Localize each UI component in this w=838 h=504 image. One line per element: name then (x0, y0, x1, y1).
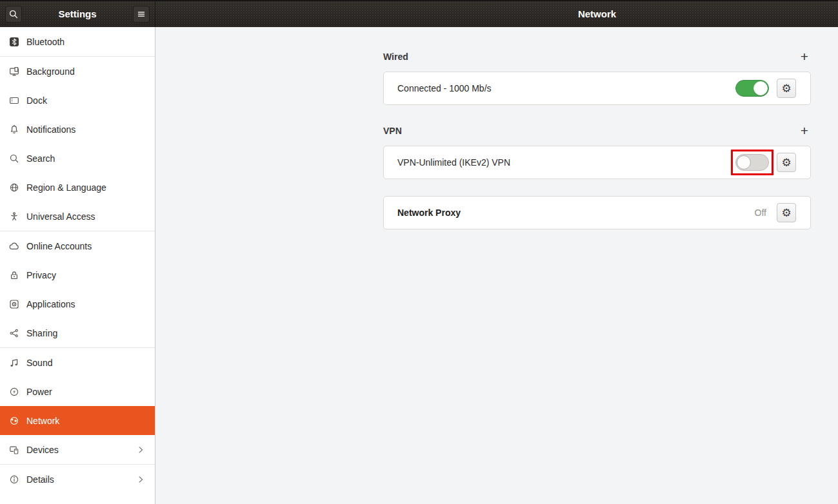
vpn-section-header: VPN + (383, 124, 811, 137)
sidebar-title: Settings (26, 1, 129, 27)
vpn-connection-label: VPN-Unlimited (IKEv2) VPN (397, 157, 510, 168)
headerbar: Settings Network (0, 0, 838, 27)
vpn-toggle-highlight (731, 150, 773, 175)
add-vpn-button[interactable]: + (798, 125, 811, 137)
sidebar-item-label: Bluetooth (26, 37, 65, 47)
gear-icon: ⚙ (781, 156, 791, 169)
music-note-icon (9, 358, 19, 368)
sidebar-item-label: Online Accounts (26, 241, 92, 251)
bluetooth-icon (9, 37, 19, 47)
toggle-knob (737, 155, 751, 170)
globe-icon (9, 182, 19, 193)
toggle-knob (753, 81, 768, 95)
sidebar-item-search[interactable]: Search (0, 144, 155, 173)
vpn-settings-button[interactable]: ⚙ (777, 153, 796, 172)
sidebar-item-label: Details (26, 474, 54, 485)
sidebar: Bluetooth Background Dock (0, 27, 155, 504)
wired-connection-row: Connected - 1000 Mb/s ⚙ (383, 72, 811, 105)
panel-title: Network (383, 1, 811, 27)
sidebar-item-label: Privacy (26, 270, 56, 280)
vpn-section-title: VPN (383, 126, 402, 136)
proxy-status: Off (755, 208, 766, 218)
sidebar-item-label: Background (26, 66, 75, 77)
sidebar-item-label: Universal Access (26, 211, 95, 222)
sidebar-item-label: Applications (26, 299, 75, 309)
vpn-toggle[interactable] (735, 154, 769, 171)
settings-window: Settings Network Bluetooth (0, 0, 838, 504)
share-nodes-icon (9, 328, 19, 338)
network-panel: Wired + Connected - 1000 Mb/s ⚙ VPN + VP… (383, 50, 811, 229)
vpn-connection-row: VPN-Unlimited (IKEv2) VPN ⚙ (383, 146, 811, 179)
search-icon (8, 9, 19, 19)
devices-icon (9, 445, 19, 455)
cloud-icon (9, 241, 19, 251)
sidebar-item-applications[interactable]: Applications (0, 289, 155, 318)
sidebar-item-bluetooth[interactable]: Bluetooth (0, 27, 155, 56)
sidebar-item-label: Dock (26, 95, 47, 106)
wired-section-title: Wired (383, 52, 408, 62)
sidebar-item-dock[interactable]: Dock (0, 86, 155, 115)
hamburger-icon (136, 9, 146, 19)
info-icon (9, 474, 19, 485)
sidebar-item-background[interactable]: Background (0, 57, 155, 86)
sidebar-item-label: Search (26, 153, 55, 164)
sidebar-item-notifications[interactable]: Notifications (0, 115, 155, 144)
dock-icon (9, 95, 19, 106)
magnifier-icon (9, 153, 19, 164)
chevron-right-icon (135, 445, 146, 455)
sidebar-item-region-language[interactable]: Region & Language (0, 173, 155, 202)
wired-toggle[interactable] (735, 80, 769, 97)
lock-icon (9, 270, 19, 280)
sidebar-item-label: Network (26, 416, 59, 426)
bell-icon (9, 124, 19, 135)
hamburger-menu-button[interactable] (133, 6, 150, 23)
gear-icon: ⚙ (781, 82, 791, 95)
chevron-right-icon (135, 474, 146, 485)
network-proxy-label: Network Proxy (397, 208, 461, 218)
power-icon (9, 387, 19, 397)
network-proxy-row: Network Proxy Off ⚙ (383, 196, 811, 229)
sidebar-item-sound[interactable]: Sound (0, 348, 155, 377)
background-icon (9, 66, 19, 77)
sidebar-item-label: Sound (26, 358, 52, 368)
wired-settings-button[interactable]: ⚙ (777, 79, 796, 98)
sidebar-item-label: Devices (26, 445, 59, 455)
search-button[interactable] (5, 6, 22, 23)
sidebar-item-power[interactable]: Power (0, 377, 155, 406)
applications-icon (9, 299, 19, 309)
sidebar-item-universal-access[interactable]: Universal Access (0, 202, 155, 231)
sidebar-headerbar: Settings (0, 1, 155, 27)
network-globe-icon (9, 416, 19, 426)
sidebar-item-label: Power (26, 387, 52, 397)
accessibility-icon (9, 211, 19, 222)
sidebar-item-label: Sharing (26, 328, 57, 338)
sidebar-item-privacy[interactable]: Privacy (0, 260, 155, 289)
sidebar-item-online-accounts[interactable]: Online Accounts (0, 231, 155, 260)
sidebar-item-devices[interactable]: Devices (0, 435, 155, 464)
proxy-settings-button[interactable]: ⚙ (777, 203, 796, 222)
sidebar-item-details[interactable]: Details (0, 465, 155, 494)
sidebar-item-network[interactable]: Network (0, 406, 155, 435)
wired-connection-label: Connected - 1000 Mb/s (397, 83, 492, 93)
sidebar-item-label: Region & Language (26, 182, 106, 193)
sidebar-item-label: Notifications (26, 124, 75, 135)
add-wired-connection-button[interactable]: + (798, 51, 811, 63)
wired-section-header: Wired + (383, 50, 811, 63)
sidebar-item-sharing[interactable]: Sharing (0, 318, 155, 347)
gear-icon: ⚙ (781, 206, 791, 219)
